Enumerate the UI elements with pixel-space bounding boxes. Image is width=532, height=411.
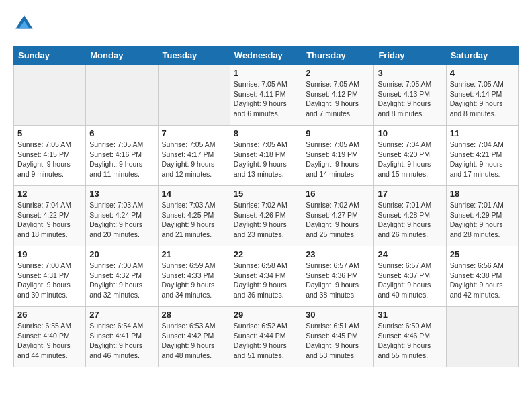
day-number: 4 (450, 68, 515, 78)
day-info: Sunrise: 6:57 AM Sunset: 4:37 PM Dayligh… (378, 261, 442, 300)
day-cell-4: 4Sunrise: 7:05 AM Sunset: 4:14 PM Daylig… (446, 65, 518, 126)
day-cell-18: 18Sunrise: 7:01 AM Sunset: 4:29 PM Dayli… (446, 186, 518, 246)
empty-cell (86, 65, 158, 126)
day-cell-9: 9Sunrise: 7:05 AM Sunset: 4:19 PM Daylig… (302, 126, 374, 186)
weekday-header-friday: Friday (374, 46, 446, 65)
day-info: Sunrise: 6:58 AM Sunset: 4:34 PM Dayligh… (234, 261, 298, 300)
day-cell-13: 13Sunrise: 7:03 AM Sunset: 4:24 PM Dayli… (86, 186, 158, 246)
day-info: Sunrise: 6:56 AM Sunset: 4:38 PM Dayligh… (450, 261, 515, 300)
weekday-header-tuesday: Tuesday (158, 46, 230, 65)
day-cell-31: 31Sunrise: 6:50 AM Sunset: 4:46 PM Dayli… (374, 307, 446, 367)
day-number: 27 (89, 310, 154, 320)
day-number: 2 (306, 68, 370, 78)
day-number: 1 (234, 68, 298, 78)
day-cell-5: 5Sunrise: 7:05 AM Sunset: 4:15 PM Daylig… (14, 126, 86, 186)
day-cell-20: 20Sunrise: 7:00 AM Sunset: 4:32 PM Dayli… (86, 246, 158, 307)
day-cell-22: 22Sunrise: 6:58 AM Sunset: 4:34 PM Dayli… (230, 246, 302, 307)
day-info: Sunrise: 7:02 AM Sunset: 4:27 PM Dayligh… (306, 200, 370, 240)
weekday-header-wednesday: Wednesday (230, 46, 302, 65)
calendar-table: SundayMondayTuesdayWednesdayThursdayFrid… (13, 46, 519, 367)
day-number: 11 (450, 128, 515, 138)
weekday-header-thursday: Thursday (302, 46, 374, 65)
day-info: Sunrise: 7:00 AM Sunset: 4:32 PM Dayligh… (89, 261, 154, 300)
logo-icon (13, 13, 35, 35)
day-cell-21: 21Sunrise: 6:59 AM Sunset: 4:33 PM Dayli… (158, 246, 230, 307)
week-row-5: 26Sunrise: 6:55 AM Sunset: 4:40 PM Dayli… (14, 307, 519, 367)
day-number: 28 (162, 310, 226, 320)
day-cell-27: 27Sunrise: 6:54 AM Sunset: 4:41 PM Dayli… (86, 307, 158, 367)
day-info: Sunrise: 7:05 AM Sunset: 4:13 PM Dayligh… (378, 79, 442, 119)
day-cell-14: 14Sunrise: 7:03 AM Sunset: 4:25 PM Dayli… (158, 186, 230, 246)
day-number: 31 (378, 310, 442, 320)
day-info: Sunrise: 6:52 AM Sunset: 4:44 PM Dayligh… (234, 321, 298, 361)
day-info: Sunrise: 6:54 AM Sunset: 4:41 PM Dayligh… (89, 321, 154, 361)
day-number: 24 (378, 249, 442, 259)
day-cell-12: 12Sunrise: 7:04 AM Sunset: 4:22 PM Dayli… (14, 186, 86, 246)
day-number: 16 (306, 189, 370, 199)
day-cell-30: 30Sunrise: 6:51 AM Sunset: 4:45 PM Dayli… (302, 307, 374, 367)
week-row-1: 1Sunrise: 7:05 AM Sunset: 4:11 PM Daylig… (14, 65, 519, 126)
day-number: 8 (234, 128, 298, 138)
day-number: 9 (306, 128, 370, 138)
day-number: 19 (17, 249, 82, 259)
day-number: 10 (378, 128, 442, 138)
day-number: 7 (162, 128, 226, 138)
day-info: Sunrise: 6:55 AM Sunset: 4:40 PM Dayligh… (17, 321, 82, 361)
day-info: Sunrise: 7:01 AM Sunset: 4:29 PM Dayligh… (450, 200, 515, 240)
day-number: 20 (89, 249, 154, 259)
empty-cell (446, 307, 518, 367)
day-number: 29 (234, 310, 298, 320)
day-info: Sunrise: 6:59 AM Sunset: 4:33 PM Dayligh… (162, 261, 226, 300)
day-cell-10: 10Sunrise: 7:04 AM Sunset: 4:20 PM Dayli… (374, 126, 446, 186)
day-info: Sunrise: 7:05 AM Sunset: 4:14 PM Dayligh… (450, 79, 515, 119)
empty-cell (158, 65, 230, 126)
day-cell-16: 16Sunrise: 7:02 AM Sunset: 4:27 PM Dayli… (302, 186, 374, 246)
day-info: Sunrise: 6:57 AM Sunset: 4:36 PM Dayligh… (306, 261, 370, 300)
page-header (13, 13, 519, 35)
day-info: Sunrise: 7:01 AM Sunset: 4:28 PM Dayligh… (378, 200, 442, 240)
day-cell-19: 19Sunrise: 7:00 AM Sunset: 4:31 PM Dayli… (14, 246, 86, 307)
day-cell-17: 17Sunrise: 7:01 AM Sunset: 4:28 PM Dayli… (374, 186, 446, 246)
day-cell-25: 25Sunrise: 6:56 AM Sunset: 4:38 PM Dayli… (446, 246, 518, 307)
day-number: 21 (162, 249, 226, 259)
day-cell-1: 1Sunrise: 7:05 AM Sunset: 4:11 PM Daylig… (230, 65, 302, 126)
day-cell-23: 23Sunrise: 6:57 AM Sunset: 4:36 PM Dayli… (302, 246, 374, 307)
day-number: 30 (306, 310, 370, 320)
day-info: Sunrise: 7:03 AM Sunset: 4:25 PM Dayligh… (162, 200, 226, 240)
day-number: 26 (17, 310, 82, 320)
day-cell-8: 8Sunrise: 7:05 AM Sunset: 4:18 PM Daylig… (230, 126, 302, 186)
day-info: Sunrise: 7:05 AM Sunset: 4:17 PM Dayligh… (162, 140, 226, 179)
day-info: Sunrise: 7:02 AM Sunset: 4:26 PM Dayligh… (234, 200, 298, 240)
weekday-header-saturday: Saturday (446, 46, 518, 65)
day-cell-11: 11Sunrise: 7:04 AM Sunset: 4:21 PM Dayli… (446, 126, 518, 186)
day-number: 14 (162, 189, 226, 199)
day-info: Sunrise: 7:05 AM Sunset: 4:11 PM Dayligh… (234, 79, 298, 119)
day-info: Sunrise: 7:05 AM Sunset: 4:16 PM Dayligh… (89, 140, 154, 179)
day-number: 25 (450, 249, 515, 259)
day-number: 13 (89, 189, 154, 199)
day-number: 18 (450, 189, 515, 199)
day-cell-24: 24Sunrise: 6:57 AM Sunset: 4:37 PM Dayli… (374, 246, 446, 307)
day-cell-6: 6Sunrise: 7:05 AM Sunset: 4:16 PM Daylig… (86, 126, 158, 186)
day-info: Sunrise: 7:05 AM Sunset: 4:19 PM Dayligh… (306, 140, 370, 179)
day-cell-7: 7Sunrise: 7:05 AM Sunset: 4:17 PM Daylig… (158, 126, 230, 186)
day-info: Sunrise: 7:05 AM Sunset: 4:12 PM Dayligh… (306, 79, 370, 119)
weekday-header-monday: Monday (86, 46, 158, 65)
week-row-4: 19Sunrise: 7:00 AM Sunset: 4:31 PM Dayli… (14, 246, 519, 307)
day-number: 22 (234, 249, 298, 259)
day-number: 23 (306, 249, 370, 259)
day-info: Sunrise: 7:04 AM Sunset: 4:22 PM Dayligh… (17, 200, 82, 240)
weekday-header-sunday: Sunday (14, 46, 86, 65)
day-info: Sunrise: 7:04 AM Sunset: 4:21 PM Dayligh… (450, 140, 515, 179)
day-cell-2: 2Sunrise: 7:05 AM Sunset: 4:12 PM Daylig… (302, 65, 374, 126)
day-number: 5 (17, 128, 82, 138)
day-cell-3: 3Sunrise: 7:05 AM Sunset: 4:13 PM Daylig… (374, 65, 446, 126)
day-info: Sunrise: 7:05 AM Sunset: 4:18 PM Dayligh… (234, 140, 298, 179)
day-info: Sunrise: 7:03 AM Sunset: 4:24 PM Dayligh… (89, 200, 154, 240)
day-info: Sunrise: 7:04 AM Sunset: 4:20 PM Dayligh… (378, 140, 442, 179)
day-cell-28: 28Sunrise: 6:53 AM Sunset: 4:42 PM Dayli… (158, 307, 230, 367)
day-info: Sunrise: 7:05 AM Sunset: 4:15 PM Dayligh… (17, 140, 82, 179)
day-number: 15 (234, 189, 298, 199)
day-number: 12 (17, 189, 82, 199)
day-number: 17 (378, 189, 442, 199)
